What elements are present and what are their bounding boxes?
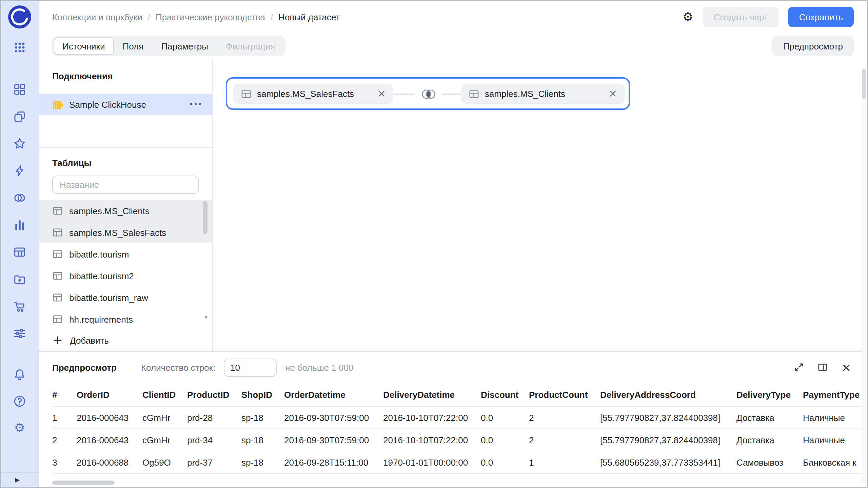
services-sliders-icon[interactable]	[13, 327, 26, 340]
datasets-table-icon[interactable]	[13, 245, 26, 259]
top-bar: Коллекции и воркбуки / Практические руко…	[39, 1, 867, 33]
column-header: DeliveryType	[736, 383, 803, 406]
column-header: ProductCount	[529, 383, 600, 406]
table-name: samples.MS_Clients	[69, 206, 150, 216]
cell: sp-18	[241, 429, 284, 451]
cell: 3	[52, 451, 77, 473]
save-button[interactable]: Сохранить	[788, 7, 854, 27]
cell: Доставка	[736, 429, 803, 451]
sources-canvas: samples.MS_SalesFacts × samples.MS_Clien…	[212, 59, 867, 352]
cell: 0.0	[481, 429, 529, 451]
dataset-settings-gear-icon[interactable]: ⚙	[683, 11, 693, 23]
table-name: hh.requirements	[69, 314, 133, 324]
table-chip-clients[interactable]: samples.MS_Clients ×	[461, 84, 625, 104]
tab-fields[interactable]: Поля	[114, 37, 153, 55]
table-name: bibattle.tourism_raw	[69, 292, 148, 303]
connections-lightning-icon[interactable]	[13, 164, 26, 178]
table-icon	[52, 205, 63, 216]
cell: Наличные	[803, 429, 867, 451]
add-table-button[interactable]: Добавить	[52, 331, 109, 349]
chip-table-name: samples.MS_SalesFacts	[257, 89, 372, 99]
cell: 0.0	[481, 451, 529, 473]
scroll-down-arrow-icon[interactable]: ▾	[204, 314, 208, 321]
table-row: 1 2016-000643 cGmHr prd-28 sp-18 2016-09…	[52, 406, 867, 429]
collections-icon[interactable]	[13, 110, 26, 123]
column-header: OrderID	[77, 383, 142, 406]
tab-filtering: Фильтрация	[217, 37, 284, 55]
tables-list-scrollbar[interactable]	[203, 201, 208, 234]
tables-title: Таблицы	[52, 158, 92, 168]
remove-table-icon[interactable]: ×	[377, 89, 386, 99]
datalens-logo-icon[interactable]	[8, 5, 31, 28]
dashboards-icon[interactable]	[13, 83, 26, 96]
clickhouse-icon	[52, 99, 63, 110]
top-bar-actions: ⚙ Создать чарт Сохранить	[683, 7, 854, 27]
table-chip-salesfacts[interactable]: samples.MS_SalesFacts ×	[233, 84, 393, 104]
preview-table-wrap: # OrderID ClientID ProductID ShopID Orde…	[52, 383, 867, 479]
connection-name: Sample ClickHouse	[69, 100, 183, 110]
create-chart-button[interactable]: Создать чарт	[703, 7, 779, 27]
table-list-item[interactable]: bibattle.tourism	[39, 243, 212, 265]
cell: [55.797790827,37.824400398]	[600, 406, 736, 429]
cell: 2	[529, 429, 600, 451]
cell: 2016-000688	[77, 451, 142, 473]
table-list-item[interactable]: samples.MS_Clients	[39, 200, 212, 222]
help-icon[interactable]	[13, 394, 26, 408]
expand-preview-icon[interactable]	[793, 361, 805, 373]
charts-icon[interactable]	[13, 218, 26, 232]
table-name: bibattle.tourism	[69, 249, 129, 259]
table-name: bibattle.tourism2	[69, 271, 134, 281]
column-header: DeliveryAddressCoord	[600, 383, 736, 406]
connections-title: Подключения	[52, 71, 113, 81]
cell: prd-34	[187, 429, 241, 451]
preview-header: Предпросмотр Количество строк: не больше…	[39, 352, 867, 383]
close-preview-icon[interactable]: ×	[840, 361, 852, 373]
screenshot-stage: ⚙ ▶ Коллекции и воркбуки / Практические …	[0, 0, 868, 488]
preview-panel: Предпросмотр Количество строк: не больше…	[39, 351, 867, 487]
column-header: PaymentType	[803, 383, 867, 406]
favorites-star-icon[interactable]	[13, 137, 26, 150]
breadcrumb-separator: /	[148, 12, 150, 22]
join-type-icon[interactable]	[415, 85, 442, 102]
preview-toggle-button[interactable]: Предпросмотр	[772, 36, 854, 56]
tab-sources[interactable]: Источники	[54, 37, 114, 55]
dock-preview-icon[interactable]	[816, 361, 829, 373]
notifications-bell-icon[interactable]	[13, 368, 26, 382]
sidebar-collapse-button[interactable]: ▶	[1, 472, 39, 487]
cell: Og59O	[142, 451, 187, 473]
row-count-input[interactable]	[223, 358, 276, 377]
table-search-input[interactable]	[52, 176, 199, 194]
breadcrumb-separator: /	[271, 12, 273, 22]
relations-venn-icon[interactable]	[13, 191, 26, 205]
table-icon	[52, 292, 63, 303]
cell: cGmHr	[142, 429, 187, 451]
table-list-item[interactable]: bibattle.tourism2	[39, 265, 212, 287]
storage-folder-icon[interactable]	[13, 272, 26, 286]
horizontal-scrollbar-thumb[interactable]	[52, 481, 115, 485]
breadcrumb-item-current: Новый датасет	[278, 12, 340, 22]
column-header: #	[52, 383, 77, 406]
column-header: DeliveryDatetime	[383, 383, 481, 406]
table-list-item[interactable]: samples.MS_SalesFacts	[39, 222, 212, 243]
table-list-item[interactable]: bibattle.tourism_raw	[39, 287, 212, 308]
tables-list: samples.MS_Clients samples.MS_SalesFacts…	[39, 200, 212, 330]
remove-table-icon[interactable]: ×	[609, 89, 617, 99]
page-scrollbar-thumb[interactable]	[862, 69, 866, 99]
connection-item-sample-clickhouse[interactable]: Sample ClickHouse ···	[39, 94, 212, 115]
page-scrollbar-track[interactable]	[862, 66, 866, 483]
join-group[interactable]: samples.MS_SalesFacts × samples.MS_Clien…	[226, 77, 630, 110]
breadcrumb-item-collections[interactable]: Коллекции и воркбуки	[52, 12, 142, 22]
table-name: samples.MS_SalesFacts	[69, 227, 166, 238]
marketplace-cart-icon[interactable]	[13, 300, 26, 313]
connection-menu-button[interactable]: ···	[189, 100, 203, 110]
breadcrumb: Коллекции и воркбуки / Практические руко…	[52, 12, 340, 22]
table-list-item[interactable]: hh.requirements	[39, 308, 212, 330]
panel-divider	[39, 147, 212, 148]
settings-gear-icon[interactable]: ⚙	[13, 421, 26, 434]
breadcrumb-item-workbook[interactable]: Практические руководства	[156, 12, 265, 22]
tab-parameters[interactable]: Параметры	[152, 37, 217, 55]
cell: 2	[529, 406, 600, 429]
table-row: 3 2016-000688 Og59O prd-37 sp-18 2016-09…	[52, 451, 867, 473]
cell: cGmHr	[142, 406, 187, 429]
apps-grid-icon[interactable]	[13, 41, 26, 54]
